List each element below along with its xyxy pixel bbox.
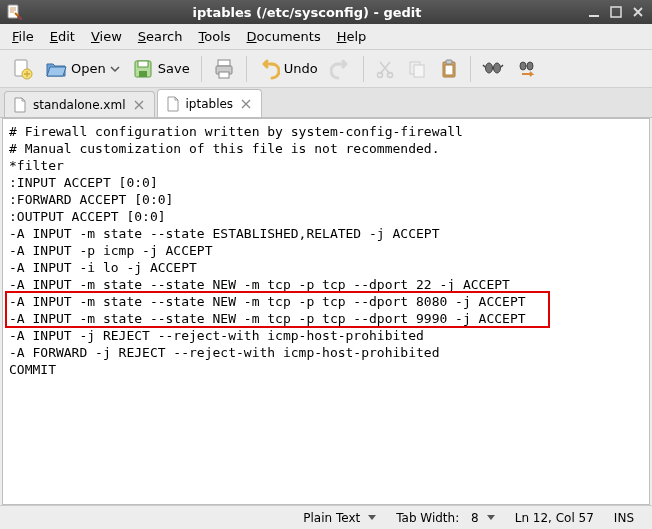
tab-iptables[interactable]: iptables bbox=[157, 89, 263, 117]
svg-point-11 bbox=[377, 72, 382, 77]
find-replace-button[interactable] bbox=[511, 54, 543, 84]
menu-help[interactable]: Help bbox=[329, 26, 375, 47]
editor-line[interactable]: -A INPUT -m state --state NEW -m tcp -p … bbox=[9, 293, 643, 310]
new-button[interactable] bbox=[6, 54, 38, 84]
editor-line[interactable]: -A INPUT -m state --state NEW -m tcp -p … bbox=[9, 310, 643, 327]
editor-line[interactable]: -A INPUT -j REJECT --reject-with icmp-ho… bbox=[9, 327, 643, 344]
svg-point-18 bbox=[485, 63, 492, 73]
editor-line[interactable]: :FORWARD ACCEPT [0:0] bbox=[9, 191, 643, 208]
editor-line[interactable]: # Manual customization of this file is n… bbox=[9, 140, 643, 157]
editor-line[interactable]: -A INPUT -i lo -j ACCEPT bbox=[9, 259, 643, 276]
tabwidth-selector[interactable]: Tab Width: 8 bbox=[386, 511, 505, 525]
editor-line[interactable]: COMMIT bbox=[9, 361, 643, 378]
menu-documents[interactable]: Documents bbox=[239, 26, 329, 47]
print-button[interactable] bbox=[208, 54, 240, 84]
toolbar-separator bbox=[470, 56, 471, 82]
editor-line[interactable]: :OUTPUT ACCEPT [0:0] bbox=[9, 208, 643, 225]
editor-line[interactable]: # Firewall configuration written by syst… bbox=[9, 123, 643, 140]
minimize-button[interactable] bbox=[586, 4, 602, 20]
menu-edit[interactable]: Edit bbox=[42, 26, 83, 47]
close-button[interactable] bbox=[630, 4, 646, 20]
svg-rect-10 bbox=[219, 72, 229, 78]
svg-rect-14 bbox=[414, 65, 424, 77]
toolbar: Open Save Undo bbox=[0, 50, 652, 88]
svg-rect-16 bbox=[446, 60, 452, 64]
save-button[interactable]: Save bbox=[127, 54, 195, 84]
chevron-down-icon bbox=[110, 64, 120, 74]
undo-button[interactable]: Undo bbox=[253, 54, 323, 84]
menu-tools[interactable]: Tools bbox=[191, 26, 239, 47]
document-icon bbox=[13, 97, 27, 113]
maximize-button[interactable] bbox=[608, 4, 624, 20]
document-icon bbox=[166, 96, 180, 112]
editor-line[interactable]: :INPUT ACCEPT [0:0] bbox=[9, 174, 643, 191]
svg-rect-8 bbox=[218, 60, 230, 66]
svg-rect-7 bbox=[139, 71, 147, 77]
toolbar-separator bbox=[363, 56, 364, 82]
svg-point-20 bbox=[520, 62, 526, 70]
save-label: Save bbox=[158, 61, 190, 76]
app-icon bbox=[6, 4, 22, 20]
editor-line[interactable]: -A INPUT -m state --state ESTABLISHED,RE… bbox=[9, 225, 643, 242]
editor-line[interactable]: -A INPUT -m state --state NEW -m tcp -p … bbox=[9, 276, 643, 293]
svg-rect-6 bbox=[138, 61, 148, 67]
svg-point-12 bbox=[387, 72, 392, 77]
svg-point-21 bbox=[527, 62, 533, 70]
tabwidth-value: 8 bbox=[471, 511, 479, 525]
redo-button bbox=[325, 54, 357, 84]
window-titlebar: iptables (/etc/sysconfig) - gedit bbox=[0, 0, 652, 24]
statusbar: Plain Text Tab Width: 8 Ln 12, Col 57 IN… bbox=[0, 505, 652, 529]
editor-content[interactable]: # Firewall configuration written by syst… bbox=[3, 119, 649, 382]
svg-rect-1 bbox=[589, 15, 599, 17]
paste-button[interactable] bbox=[434, 54, 464, 84]
tab-close-button[interactable] bbox=[239, 97, 253, 111]
tab-label: iptables bbox=[186, 97, 234, 111]
undo-label: Undo bbox=[284, 61, 318, 76]
tab-standalone-xml[interactable]: standalone.xml bbox=[4, 91, 155, 117]
svg-rect-17 bbox=[445, 65, 453, 75]
open-button[interactable]: Open bbox=[40, 54, 125, 84]
window-title: iptables (/etc/sysconfig) - gedit bbox=[28, 5, 586, 20]
toolbar-separator bbox=[246, 56, 247, 82]
cursor-position: Ln 12, Col 57 bbox=[505, 511, 604, 525]
menubar: File Edit View Search Tools Documents He… bbox=[0, 24, 652, 50]
syntax-selector[interactable]: Plain Text bbox=[293, 511, 386, 525]
tabwidth-label: Tab Width: bbox=[396, 511, 459, 525]
svg-rect-2 bbox=[611, 7, 621, 17]
editor-line[interactable]: -A INPUT -p icmp -j ACCEPT bbox=[9, 242, 643, 259]
syntax-label: Plain Text bbox=[303, 511, 360, 525]
tab-label: standalone.xml bbox=[33, 98, 126, 112]
editor-area[interactable]: # Firewall configuration written by syst… bbox=[2, 118, 650, 505]
svg-point-19 bbox=[493, 63, 500, 73]
editor-line[interactable]: -A FORWARD -j REJECT --reject-with icmp-… bbox=[9, 344, 643, 361]
find-button[interactable] bbox=[477, 54, 509, 84]
open-label: Open bbox=[71, 61, 106, 76]
toolbar-separator bbox=[201, 56, 202, 82]
tab-bar: standalone.xml iptables bbox=[0, 88, 652, 118]
cut-button bbox=[370, 54, 400, 84]
tab-close-button[interactable] bbox=[132, 98, 146, 112]
menu-file[interactable]: File bbox=[4, 26, 42, 47]
insert-mode: INS bbox=[604, 511, 644, 525]
copy-button bbox=[402, 54, 432, 84]
menu-search[interactable]: Search bbox=[130, 26, 191, 47]
editor-line[interactable]: *filter bbox=[9, 157, 643, 174]
menu-view[interactable]: View bbox=[83, 26, 130, 47]
